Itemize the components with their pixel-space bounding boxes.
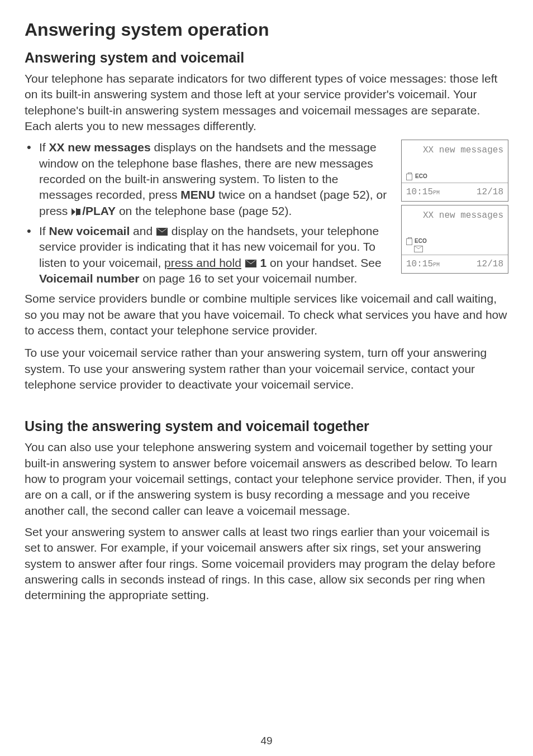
play-pause-icon: [72, 208, 82, 216]
section-subtitle-1: Answering system and voicemail: [25, 49, 508, 68]
section-subtitle-2: Using the answering system and voicemail…: [25, 417, 508, 436]
page-title: Answering system operation: [25, 18, 508, 42]
bullet-item-1: If XX new messages displays on the hands…: [25, 140, 508, 219]
svg-rect-2: [77, 209, 80, 215]
page-number: 49: [0, 734, 533, 748]
mail-icon: [245, 260, 256, 267]
paragraph-4: You can also use your telephone answerin…: [25, 439, 508, 519]
intro-paragraph: Your telephone has separate indicators f…: [25, 71, 508, 134]
svg-marker-0: [72, 208, 75, 216]
paragraph-3: To use your voicemail service rather tha…: [25, 345, 508, 393]
paragraph-5: Set your answering system to answer call…: [25, 524, 508, 604]
bullet-item-2: If New voicemail and display on the hand…: [25, 223, 508, 286]
paragraph-2: Some service providers bundle or combine…: [25, 291, 508, 338]
mail-icon: [156, 228, 168, 236]
